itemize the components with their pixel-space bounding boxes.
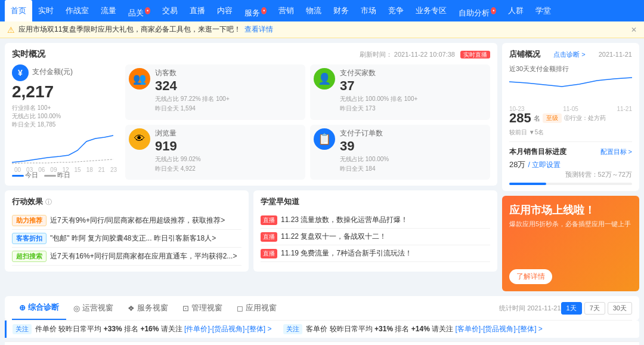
study-item-0[interactable]: 直播 11.23 流量放数，数操化运营单品打爆！ [261,212,490,229]
tabs-section: ⊕综合诊断◎运营视窗❖服务视窗⊡管理视窗◻应用视窗统计时间 2021-11-21… [5,296,639,321]
middle-section: 行动效果 ⓘ 助力推荐 近7天有9%+同行/同层商家都在用超级推荐，获取推荐> … [5,190,497,272]
study-item-2[interactable]: 直播 11.19 免费流量，7种适合新手引流玩法！ [261,245,490,262]
alert-text: 应用市场双11复盘季限时应用大礼包，商家必备工具包，来逛一下吧！ [18,24,241,35]
tab-label-3: 管理视窗 [191,303,222,313]
action-card: 行动效果 ⓘ 助力推荐 近7天有9%+同行/同层商家都在用超级推荐，获取推荐> … [5,190,249,272]
rank-row: 285 名 至级 ⓪行业：处方药 [509,110,632,126]
study-items-list: 直播 11.23 流量放数，数操化运营单品打爆！ 直播 11.22 复盘双十一，… [261,212,490,262]
metric-card-2: 👁 浏览量 919 无线占比 99.02% 昨日全天 4,922 [125,125,305,180]
action-item-1[interactable]: 客客折扣 "包邮" 昨阿 复方间胶囊48支正... 昨日引客新客18人> [12,230,242,248]
ad-button[interactable]: 了解详情 [509,269,552,284]
nav-item-home[interactable]: 首页 [5,0,32,21]
action-title: 行动效果 ⓘ [12,196,242,207]
nav-item-products[interactable]: 品关• [122,0,156,21]
study-card: 学堂早知道 直播 11.23 流量放数，数操化运营单品打爆！ 直播 11.22 … [253,190,497,272]
tab-综合诊断[interactable]: ⊕综合诊断 [12,296,66,320]
study-text-2: 11.19 免费流量，7种适合新手引流玩法！ [281,248,490,258]
top-navigation: 首页 实时 作战室 流量 品关• 交易 直播 内容 服务• 营销 物流 财务 市… [0,0,644,21]
nav-item-market[interactable]: 市场 [355,0,382,21]
notice-tag-2: 关注 [283,324,302,334]
metric-icon-2: 👁 [129,128,150,150]
action-item-0[interactable]: 助力推荐 近7天有9%+同行/同层商家都在用超级推荐，获取推荐> [12,212,242,230]
time-btn-7天[interactable]: 7天 [584,302,605,315]
nav-item-realtime[interactable]: 实时 [32,0,60,21]
payment-section: ¥ 支付金额(元) 2,217 行业排名 100+ 无线占比 100.00% 昨… [12,64,119,180]
study-item-1[interactable]: 直播 11.22 复盘双十一，备战双十二！ [261,229,490,245]
ad-card: 应用市场上线啦！ 爆款应用5折秒杀，必备插壁应用一键上手 了解详情 [502,196,639,291]
nav-item-self-analysis[interactable]: 自助分析• [453,0,502,21]
study-badge-0: 直播 [261,215,277,225]
metric-info-1: 支付买家数 37 无线占比 100.00% 排名 100+ 昨日全天 173 [340,68,417,113]
alert-link[interactable]: 查看详情 [244,24,273,35]
refresh-time: 2021-11-22 10:07:38 [394,51,455,58]
time-buttons: 1天7天30天 [561,302,633,315]
rank-section: 近30天支付金额排行 10-23 11-05 11-21 285 名 至级 [509,64,632,137]
target-label: 本月销售目标进度 [509,147,566,157]
filter-bar: 选择对比范围 ⓘ 较昨日平均 ◎ 较相似群体 ⓘ 阿同工具： 一键优化 用户信息… [5,341,639,345]
target-amount: 28万 [509,159,525,170]
metric-name-3: 支付子订单数 [340,128,389,138]
target-set-link[interactable]: / 立即设置 [528,160,561,170]
notice-highlight-2[interactable]: [客单价]-[货品视角]-[整体] > [456,325,543,333]
nav-item-traffic[interactable]: 流量 [95,0,122,21]
tab-服务视窗[interactable]: ❖服务视窗 [120,297,175,319]
metric-yesterday-2: 昨日全天 4,922 [155,165,201,173]
tab-label-4: 应用视窗 [246,303,277,313]
tab-icon-4: ◻ [237,304,243,313]
action-tip-icon[interactable]: ⓘ [45,198,52,207]
time-btn-1天[interactable]: 1天 [561,302,582,315]
nav-item-trade[interactable]: 交易 [156,0,184,21]
nav-item-logistics[interactable]: 物流 [300,0,327,21]
nav-item-live[interactable]: 直播 [184,0,211,21]
metrics-grid: 👥 访客数 324 无线占比 97.22% 排名 100+ 昨日全天 1,594… [125,64,490,180]
nav-item-academy[interactable]: 学堂 [530,0,557,21]
metric-value-1: 37 [340,78,417,94]
tab-label-2: 服务视窗 [137,303,168,313]
payment-amount: 2,217 [12,82,119,101]
payment-stats: 行业排名 100+ 无线占比 100.00% 昨日全天 18,785 [12,104,119,129]
nav-item-content[interactable]: 内容 [211,0,239,21]
metric-card-0: 👥 访客数 324 无线占比 97.22% 排名 100+ 昨日全天 1,594 [125,64,305,120]
target-config-link[interactable]: 配置目标 > [600,147,632,156]
nav-item-war-room[interactable]: 作战室 [60,0,95,21]
action-text-0: 近7天有9%+同行/同层商家都在用超级推荐，获取推荐> [50,215,242,226]
metric-icon-3: 📋 [314,128,335,150]
metric-yesterday-0: 昨日全天 1,594 [155,104,230,113]
study-text-0: 11.23 流量放数，数操化运营单品打爆！ [281,215,490,225]
metric-name-0: 访客数 [155,68,230,78]
metric-info-0: 访客数 324 无线占比 97.22% 排名 100+ 昨日全天 1,594 [155,68,230,113]
target-amount-row: 28万 / 立即设置 [509,159,632,170]
nav-item-marketing[interactable]: 营销 [273,0,300,21]
store-diagnose-link[interactable]: 点击诊断 > [553,50,585,59]
action-text-2: 近7天有16%+同行同层商家都在应用直通车，平均获得2...> [50,251,242,261]
time-btn-30天[interactable]: 30天 [608,302,632,315]
action-tag-0: 助力推荐 [12,215,47,226]
study-text-1: 11.22 复盘双十一，备战双十二！ [281,232,490,242]
target-progress-fill [509,183,546,185]
nav-item-competition[interactable]: 竞争 [382,0,410,21]
tab-icon-1: ◎ [73,304,80,313]
rank-tip: ⓪行业：处方药 [564,114,606,122]
metric-yesterday-1: 昨日全天 173 [340,104,417,113]
action-items-list: 助力推荐 近7天有9%+同行/同层商家都在用超级推荐，获取推荐> 客客折扣 "包… [12,212,242,266]
metric-card-1: 👤 支付买家数 37 无线占比 100.00% 排名 100+ 昨日全天 173 [310,64,490,120]
nav-item-finance[interactable]: 财务 [327,0,355,21]
main-content: 实时概况 刷新时间： 2021-11-22 10:07:38 实时直播 ¥ 支付… [0,38,644,296]
realtime-body: ¥ 支付金额(元) 2,217 行业排名 100+ 无线占比 100.00% 昨… [12,64,490,180]
action-item-2[interactable]: 超扫搜索 近7天有16%+同行同层商家都在应用直通车，平均获得2...> [12,248,242,266]
nav-item-crowd[interactable]: 人群 [502,0,530,21]
notice-highlight-1[interactable]: [件单价]-[货品视角]-[整体] > [184,325,271,333]
notice-tag-1: 关注 [13,324,32,334]
tab-运营视窗[interactable]: ◎运营视窗 [66,297,120,319]
store-overview-card: 店铺概况 点击诊断 > 2021-11-21 近30天支付金额排行 10-23 … [502,43,639,191]
nav-item-business[interactable]: 业务专区 [410,0,453,21]
tab-应用视窗[interactable]: ◻应用视窗 [230,297,284,319]
tab-管理视窗[interactable]: ⊡管理视窗 [175,297,230,319]
alert-close-button[interactable]: ✕ [631,26,637,34]
metric-value-2: 919 [155,138,201,154]
metric-value-3: 39 [340,138,389,154]
tab-icon-3: ⊡ [182,304,189,313]
alert-icon: ⚠ [7,25,15,35]
rank-label: 近30天支付金额排行 [509,64,632,73]
nav-item-service[interactable]: 服务• [239,0,273,21]
